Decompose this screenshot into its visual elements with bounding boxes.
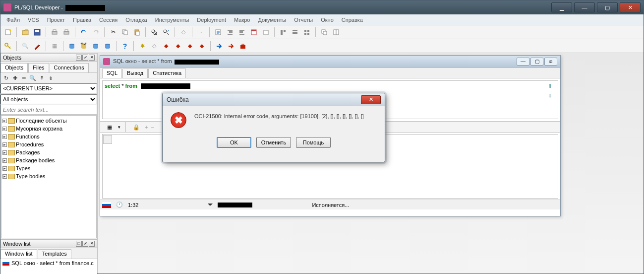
menu-help[interactable]: Справка bbox=[338, 15, 367, 24]
dialog-titlebar[interactable]: Ошибка ✕ bbox=[163, 93, 385, 106]
nav-up-icon[interactable]: ⬆ bbox=[546, 83, 554, 91]
menu-file[interactable]: Файл bbox=[2, 15, 24, 24]
print-setup-icon[interactable] bbox=[61, 27, 72, 38]
explain-icon[interactable] bbox=[213, 27, 224, 38]
cut-icon[interactable]: ✂ bbox=[108, 27, 118, 38]
minimize2-button[interactable]: — bbox=[574, 2, 595, 12]
outdent-icon[interactable] bbox=[236, 27, 247, 38]
db4-icon[interactable] bbox=[102, 41, 113, 52]
menu-project[interactable]: Проект bbox=[43, 15, 69, 24]
db1-icon[interactable] bbox=[66, 41, 77, 52]
db3-icon[interactable] bbox=[90, 41, 101, 52]
open-icon[interactable] bbox=[20, 27, 31, 38]
copy-icon[interactable] bbox=[119, 27, 130, 38]
briefcase-icon[interactable] bbox=[237, 41, 248, 52]
menu-documents[interactable]: Документы bbox=[254, 15, 290, 24]
undo-icon[interactable] bbox=[78, 27, 89, 38]
sql-window-titlebar[interactable]: SQL окно - select * from — ▢ ⧇ bbox=[100, 56, 560, 68]
cube1-icon[interactable]: ◆ bbox=[161, 41, 172, 52]
window2-icon[interactable] bbox=[260, 27, 271, 38]
tool-c-icon[interactable] bbox=[278, 27, 289, 38]
menu-vcs[interactable]: VCS bbox=[24, 15, 43, 24]
maximize-button[interactable]: ▢ bbox=[597, 2, 618, 12]
menu-deployment[interactable]: Deployment bbox=[193, 15, 230, 24]
print-icon[interactable] bbox=[49, 27, 60, 38]
up-icon[interactable]: ↟ bbox=[38, 74, 45, 81]
status-dropdown-icon[interactable] bbox=[208, 204, 213, 208]
tab-statistics[interactable]: Статистика bbox=[148, 68, 186, 78]
arrow-right-red-icon[interactable] bbox=[226, 41, 236, 52]
pen-icon[interactable] bbox=[32, 41, 43, 52]
tool-a-icon[interactable]: ◇ bbox=[178, 27, 189, 38]
tool-e-icon[interactable] bbox=[301, 27, 312, 38]
search-input[interactable] bbox=[0, 105, 97, 115]
menu-reports[interactable]: Отчеты bbox=[290, 15, 317, 24]
tab-connections[interactable]: Connections bbox=[50, 63, 89, 72]
filter-dropdown[interactable]: All objects bbox=[0, 94, 97, 104]
tab-files[interactable]: Files bbox=[28, 63, 49, 72]
cube3-icon[interactable]: ◆ bbox=[184, 41, 195, 52]
tab-output[interactable]: Вывод bbox=[122, 68, 148, 78]
new-icon[interactable] bbox=[2, 27, 13, 38]
user-dropdown[interactable]: <CURRENT USER> bbox=[0, 83, 97, 93]
star2-icon[interactable]: ◇ bbox=[149, 41, 160, 52]
cube4-icon[interactable]: ◆ bbox=[196, 41, 207, 52]
tile-icon[interactable] bbox=[331, 27, 342, 38]
save-icon[interactable] bbox=[32, 27, 43, 38]
find-icon[interactable] bbox=[149, 27, 160, 38]
dialog-close-button[interactable]: ✕ bbox=[361, 95, 381, 104]
down-icon[interactable]: ↡ bbox=[47, 74, 54, 81]
nav-down-icon[interactable]: ⬇ bbox=[546, 93, 554, 101]
object-tree[interactable]: ▸Последние объекты ▸Мусорная корзина ▸Fu… bbox=[1, 115, 97, 238]
tab-sql[interactable]: SQL bbox=[102, 68, 122, 78]
refresh-icon[interactable]: ↻ bbox=[2, 74, 9, 81]
find2-icon[interactable]: 🔍 bbox=[29, 74, 36, 81]
row-header[interactable] bbox=[103, 135, 112, 144]
child-maximize-button[interactable]: ▢ bbox=[530, 58, 543, 66]
menu-macro[interactable]: Макро bbox=[230, 15, 254, 24]
menu-tools[interactable]: Инструменты bbox=[151, 15, 193, 24]
tab-templates[interactable]: Templates bbox=[38, 249, 71, 259]
ok-button[interactable]: OK bbox=[217, 137, 251, 148]
wl-pin2-icon[interactable]: ⤢ bbox=[82, 241, 88, 247]
menu-session[interactable]: Сессия bbox=[95, 15, 121, 24]
child-close-button[interactable]: ⧇ bbox=[544, 58, 557, 66]
replace-icon[interactable] bbox=[161, 27, 172, 38]
lock-icon[interactable]: 🔒 bbox=[131, 122, 142, 133]
tool-d-icon[interactable] bbox=[290, 27, 300, 38]
tab-window-list[interactable]: Window list bbox=[0, 249, 37, 259]
panel-pin-icon[interactable]: □ bbox=[76, 55, 82, 61]
indent-icon[interactable] bbox=[225, 27, 235, 38]
arrow-right-blue-icon[interactable] bbox=[214, 41, 225, 52]
redo-icon[interactable] bbox=[90, 27, 101, 38]
window-icon[interactable] bbox=[248, 27, 259, 38]
tab-objects[interactable]: Objects bbox=[0, 63, 28, 72]
wl-close-icon[interactable]: ✕ bbox=[89, 241, 95, 247]
zoom-icon[interactable]: 🔍 bbox=[20, 41, 31, 52]
wl-pin-icon[interactable]: □ bbox=[76, 241, 82, 247]
menu-edit[interactable]: Правка bbox=[69, 15, 95, 24]
key-icon[interactable] bbox=[2, 41, 13, 52]
grid-icon[interactable]: ▦ bbox=[49, 41, 60, 52]
help-button[interactable]: Помощь bbox=[296, 137, 331, 148]
child-minimize-button[interactable]: — bbox=[517, 58, 529, 66]
grid-tool-icon[interactable]: ▦ bbox=[104, 122, 115, 133]
star1-icon[interactable]: ✱ bbox=[137, 41, 148, 52]
paste-icon[interactable] bbox=[131, 27, 142, 38]
tool-b-icon[interactable]: ▫ bbox=[195, 27, 206, 38]
panel-pin2-icon[interactable]: ⤢ bbox=[82, 55, 88, 61]
cube2-icon[interactable]: ◆ bbox=[173, 41, 183, 52]
cascade-icon[interactable] bbox=[319, 27, 330, 38]
panel-close-icon[interactable]: ✕ bbox=[89, 55, 95, 61]
db2-icon[interactable]: SQL bbox=[78, 41, 89, 52]
menu-debug[interactable]: Отладка bbox=[121, 15, 151, 24]
add-icon[interactable]: ✚ bbox=[11, 74, 18, 81]
help-icon[interactable]: ? bbox=[119, 41, 130, 52]
window-list-item[interactable]: SQL окно - select * from finance.c bbox=[2, 260, 95, 266]
cancel-button[interactable]: Отменить bbox=[256, 137, 291, 148]
minimize-button[interactable]: ▁ bbox=[551, 2, 572, 12]
remove-icon[interactable]: ━ bbox=[20, 74, 27, 81]
menu-window[interactable]: Окно bbox=[317, 15, 338, 24]
close-button[interactable]: ✕ bbox=[620, 2, 641, 12]
tree-item: ▸Type bodies bbox=[2, 172, 95, 180]
